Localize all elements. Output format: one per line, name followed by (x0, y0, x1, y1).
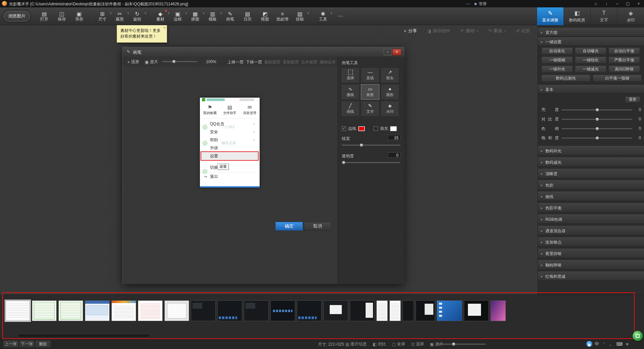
close-button[interactable]: × (633, 0, 644, 7)
filmstrip-thumb[interactable] (270, 300, 295, 321)
next-image-button[interactable]: 下一张 (19, 341, 34, 347)
slider-thumb[interactable] (595, 136, 599, 140)
filmstrip-thumb[interactable] (389, 300, 401, 321)
button-white-balance-one-touch[interactable]: 白平衡一指键 (593, 74, 642, 82)
home-button[interactable]: ⌂ (590, 0, 601, 7)
cancel-button[interactable]: 取消 (304, 222, 331, 231)
dialog-zoom-slider-thumb[interactable] (172, 60, 176, 63)
qq-pinyin-icon[interactable] (586, 341, 592, 347)
sidebar-section-header[interactable]: ▸ 通道混合器 (538, 226, 644, 235)
button-severe-white-balance[interactable]: 严重白平衡 (608, 56, 640, 64)
section-one-key[interactable]: ▸ 一键设置 (538, 37, 644, 46)
tool-draw-line[interactable]: ╱ 画线 (341, 101, 360, 116)
fit-screen-button[interactable]: ⌖ 适屏 (127, 59, 139, 65)
filmstrip-scrollbar[interactable] (18, 335, 149, 337)
login-button[interactable]: ☻ 登录 (474, 1, 487, 7)
filmstrip-thumb[interactable] (464, 300, 489, 321)
button-auto-beautify[interactable]: 自动美化 (541, 47, 573, 55)
slider-track[interactable] (561, 119, 632, 120)
sidebar-section-header[interactable]: ▸ 添加噪点 (538, 237, 644, 247)
minimize-button[interactable]: ─ (612, 0, 623, 7)
action-save-action[interactable]: ◨ 保存动作 ▾ (427, 28, 450, 34)
button-one-key-dim-light[interactable]: 一键减光 (575, 65, 606, 73)
browse-images-button[interactable]: 浏览图片 (3, 11, 30, 21)
layer-down[interactable]: 下移一层 (246, 59, 262, 65)
tab-watermark[interactable]: ◈ 水印 (617, 7, 644, 25)
filmstrip-thumb[interactable] (350, 300, 375, 321)
slider-thumb[interactable] (595, 117, 599, 121)
filmstrip-thumb[interactable] (58, 300, 83, 321)
line-width-slider[interactable] (342, 145, 400, 146)
slider-track[interactable] (561, 128, 632, 129)
tab-basic-adjust[interactable]: ✎ 基本调整 (537, 7, 564, 25)
sidebar-section-header[interactable]: ▸ 数码补光 (538, 146, 644, 155)
ime-quote[interactable]: ’ (601, 341, 607, 347)
sidebar-section-header[interactable]: ▸ 夜景抑噪 (538, 249, 644, 258)
prev-image-button[interactable]: 上一张 (3, 341, 18, 347)
filmstrip-thumb[interactable] (138, 300, 163, 321)
sidebar-section-header[interactable]: ▸ 颗粒降噪 (538, 260, 644, 269)
ime-menu[interactable]: ≡ (624, 341, 631, 347)
button-high-iso-denoise[interactable]: 高ISO降噪 (608, 65, 640, 73)
line-width-slider-thumb[interactable] (360, 143, 363, 147)
maximize-button[interactable]: ▢ (623, 0, 633, 7)
merge-undo[interactable]: 撤销合并 (320, 59, 336, 65)
sidebar-section-header[interactable]: ▸ 色阶 (538, 180, 644, 190)
filmstrip-thumb[interactable] (297, 300, 322, 321)
delete-image-button[interactable]: 删除 (36, 341, 50, 347)
tooltip-close-icon[interactable]: × (163, 25, 166, 31)
statusbar-zoom-slider[interactable] (436, 344, 486, 345)
layer-copy[interactable]: 复制图层 (283, 59, 299, 65)
action-redo[interactable]: ↷ 重做 ▾ (488, 28, 506, 34)
button-one-key-blur[interactable]: 一键模糊 (541, 56, 573, 64)
sidebar-section-header[interactable]: ▸ 数码减光 (538, 157, 644, 167)
filmstrip-thumb[interactable] (490, 300, 506, 321)
sidebar-section-header[interactable]: ▸ 色彩平衡 (538, 203, 644, 212)
filmstrip-thumb[interactable] (416, 300, 435, 321)
filmstrip-thumb[interactable] (5, 300, 30, 321)
reset-button[interactable]: 重置 (625, 96, 640, 103)
view-compare[interactable]: ◧ 对比 (373, 341, 386, 347)
edge-color-swatch[interactable] (358, 126, 365, 131)
tool-watermark[interactable]: ◈ 水印 (381, 101, 399, 116)
tab-text[interactable]: T 文字 (590, 7, 617, 25)
zoom-out-icon[interactable]: − (430, 341, 433, 346)
view-image-info[interactable]: ▤ 图片信息 (345, 341, 367, 347)
layer-merge[interactable]: 合并图层 (301, 59, 317, 65)
filmstrip-thumb[interactable] (244, 300, 269, 321)
line-width-input[interactable]: 15 (388, 135, 400, 140)
filmstrip-thumb[interactable] (85, 300, 110, 321)
action-share[interactable]: < 分享 ▾ (404, 28, 417, 34)
filmstrip-thumb[interactable] (376, 300, 388, 321)
tool-straight-line[interactable]: — 直线 (361, 67, 379, 83)
tab-digital-darkroom[interactable]: ◧ 数码暗房 (564, 7, 590, 25)
tool-select[interactable]: 选择 (341, 67, 360, 83)
filmstrip-thumb[interactable] (191, 300, 216, 321)
slider-track[interactable] (561, 109, 632, 110)
filmstrip-thumb[interactable] (217, 300, 242, 321)
filmstrip-thumb[interactable] (437, 300, 462, 321)
sidebar-section-header[interactable]: ▸ RGB色调 (538, 214, 644, 224)
button-one-key-sharpen[interactable]: 一键锐化 (575, 56, 606, 64)
action-undo[interactable]: ↶ 撤销 ▾ (460, 28, 478, 34)
button-one-key-fill-light[interactable]: 一键补光 (541, 65, 573, 73)
ok-button[interactable]: 确定 (275, 222, 303, 231)
tool-arrow[interactable]: ↗ 箭头 (381, 67, 399, 83)
section-basic[interactable]: ▸ 基本 (538, 85, 644, 94)
dialog-zoom-slider[interactable] (162, 61, 197, 62)
filmstrip-thumb[interactable] (32, 300, 57, 321)
ime-keyboard[interactable]: ⌨ (615, 341, 623, 347)
filmstrip-thumb[interactable] (402, 300, 414, 321)
slider-track[interactable] (561, 138, 632, 139)
edge-checkbox[interactable]: ✓ (342, 127, 346, 131)
button-auto-exposure[interactable]: 自动曝光 (575, 47, 606, 55)
sidebar-section-header[interactable]: ▸ 清晰度 (538, 169, 644, 178)
dialog-maximize-button[interactable]: □ (384, 49, 392, 55)
sidebar-section-header[interactable]: ▸ 红饱和度减 (538, 271, 644, 281)
tool-rectangle[interactable]: ▭ 矩形 (361, 84, 379, 100)
view-fit-screen[interactable]: ⊡ 适屏 (411, 341, 424, 347)
actual-size-button[interactable]: ▣ 原大 (145, 59, 158, 65)
filmstrip-thumb[interactable] (111, 300, 136, 321)
section-histogram[interactable]: ▸ 直方图 (538, 28, 644, 37)
view-fullscreen[interactable]: ▢ 全屏 (392, 341, 405, 347)
